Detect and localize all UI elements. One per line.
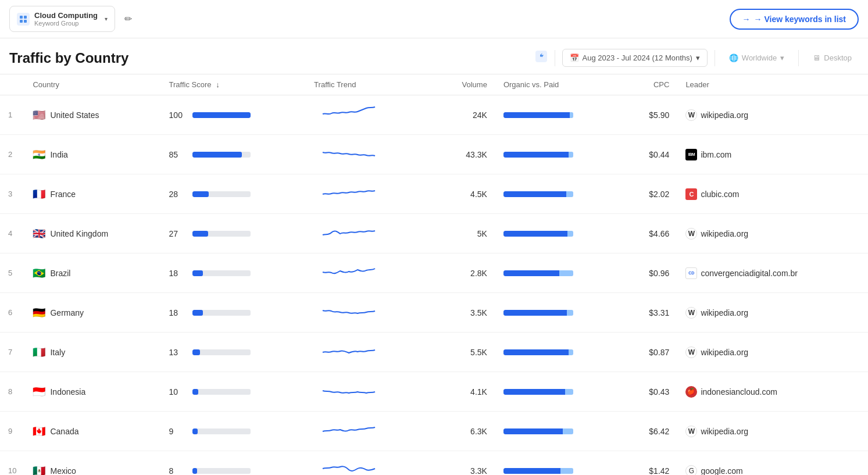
col-traffic-score[interactable]: Traffic Score ↓: [161, 74, 306, 95]
keyword-group-icon: [17, 13, 30, 26]
traffic-trend-cell: [306, 253, 434, 293]
date-range-label: Aug 2023 - Jul 2024 (12 Months): [583, 53, 692, 62]
leader-cell: CD convergenciadigital.com.br: [677, 253, 868, 293]
cpc-cell: $1.42: [623, 451, 678, 476]
country-name: Mexico: [50, 466, 76, 476]
organic-paid-cell: [495, 293, 623, 333]
cpc-cell: $0.87: [623, 333, 678, 372]
leader-icon: W: [685, 426, 697, 437]
data-table-container: Country Traffic Score ↓ Traffic Trend Vo…: [0, 74, 868, 475]
organic-fill: [503, 112, 570, 118]
traffic-score-bar: [192, 152, 251, 158]
table-row: 7 🇮🇹 Italy 13 5.5K $0.87: [0, 333, 868, 372]
cpc-cell: $2.02: [623, 174, 678, 214]
traffic-score-bar-fill: [192, 191, 209, 197]
sort-icon: ↓: [216, 80, 220, 89]
organic-fill: [503, 152, 569, 158]
traffic-score-value: 27: [169, 229, 187, 238]
country-name: Italy: [50, 348, 65, 357]
region-button[interactable]: 🌐 Worldwide ▾: [722, 49, 791, 66]
leader-icon: C: [685, 188, 697, 200]
view-keywords-button[interactable]: → → View keywords in list: [730, 9, 859, 30]
cpc-cell: $0.96: [623, 253, 678, 293]
traffic-score-cell: 27: [161, 214, 306, 253]
keyword-group-button[interactable]: Cloud Computing Keyword Group ▾: [9, 6, 115, 32]
leader-domain: indonesiancloud.com: [701, 387, 777, 397]
rank-cell: 2: [0, 135, 24, 174]
region-chevron-icon: ▾: [780, 53, 784, 62]
table-row: 3 🇫🇷 France 28 4.5K $2.02: [0, 174, 868, 214]
calendar-icon: 📅: [570, 53, 579, 62]
country-cell: 🇺🇸 United States: [24, 95, 160, 135]
info-icon[interactable]: [535, 50, 548, 66]
header-right: → → View keywords in list: [730, 9, 859, 30]
leader-domain: ibm.com: [701, 150, 731, 159]
device-button[interactable]: 🖥 Desktop: [806, 49, 859, 66]
rank-cell: 5: [0, 253, 24, 293]
leader-icon: CD: [685, 267, 697, 279]
traffic-score-value: 28: [169, 190, 187, 199]
traffic-trend-cell: [306, 372, 434, 412]
leader-icon: G: [685, 465, 697, 476]
rank-cell: 9: [0, 412, 24, 451]
organic-paid-bar: [503, 270, 573, 276]
organic-paid-cell: [495, 214, 623, 253]
traffic-score-cell: 18: [161, 293, 306, 333]
sub-header-controls: 📅 Aug 2023 - Jul 2024 (12 Months) ▾ 🌐 Wo…: [535, 49, 859, 67]
sparkline: [314, 300, 384, 323]
organic-fill: [503, 428, 563, 434]
leader-domain: convergenciadigital.com.br: [701, 269, 798, 278]
organic-paid-cell: [495, 451, 623, 476]
leader-cell: W wikipedia.org: [677, 293, 868, 333]
paid-fill: [566, 191, 573, 197]
leader-icon: IBM: [685, 149, 697, 160]
country-name: Germany: [50, 308, 84, 317]
col-country: Country: [24, 74, 160, 95]
globe-icon: 🌐: [729, 53, 738, 62]
volume-cell: 4.5K: [434, 174, 495, 214]
cpc-cell: $5.90: [623, 95, 678, 135]
country-cell: 🇨🇦 Canada: [24, 412, 160, 451]
sparkline: [314, 181, 384, 205]
traffic-score-cell: 9: [161, 412, 306, 451]
paid-fill: [559, 270, 573, 276]
traffic-score-bar: [192, 270, 251, 276]
organic-fill: [503, 191, 566, 197]
paid-fill: [567, 310, 573, 316]
traffic-trend-cell: [306, 135, 434, 174]
organic-fill: [503, 468, 560, 474]
table-row: 5 🇧🇷 Brazil 18 2.8K $0.96: [0, 253, 868, 293]
rank-cell: 8: [0, 372, 24, 412]
organic-paid-bar: [503, 389, 573, 395]
view-keywords-label: → View keywords in list: [754, 15, 846, 24]
country-cell: 🇩🇪 Germany: [24, 293, 160, 333]
date-range-button[interactable]: 📅 Aug 2023 - Jul 2024 (12 Months) ▾: [562, 49, 708, 67]
traffic-score-cell: 28: [161, 174, 306, 214]
leader-cell: W wikipedia.org: [677, 95, 868, 135]
volume-cell: 3.3K: [434, 451, 495, 476]
divider: [555, 50, 555, 66]
traffic-trend-cell: [306, 214, 434, 253]
traffic-score-value: 100: [169, 110, 187, 120]
country-name: United Kingdom: [50, 229, 108, 238]
leader-icon: W: [685, 347, 697, 358]
table-row: 4 🇬🇧 United Kingdom 27 5K $4.66: [0, 214, 868, 253]
organic-paid-bar: [503, 428, 573, 434]
organic-paid-bar: [503, 152, 573, 158]
traffic-score-cell: 100: [161, 95, 306, 135]
svg-rect-1: [24, 16, 27, 19]
paid-fill: [565, 389, 573, 395]
page-title: Traffic by Country: [9, 50, 128, 66]
traffic-score-bar: [192, 349, 251, 355]
country-flag: 🇨🇦: [33, 425, 45, 438]
rank-cell: 10: [0, 451, 24, 476]
edit-button[interactable]: ✏: [121, 10, 135, 28]
traffic-score-value: 85: [169, 150, 187, 159]
traffic-score-bar-fill: [192, 428, 198, 434]
traffic-score-value: 9: [169, 427, 187, 436]
paid-fill: [560, 468, 573, 474]
country-flag: 🇩🇪: [33, 306, 45, 319]
traffic-score-bar-fill: [192, 152, 242, 158]
traffic-score-bar: [192, 310, 251, 316]
traffic-trend-cell: [306, 293, 434, 333]
